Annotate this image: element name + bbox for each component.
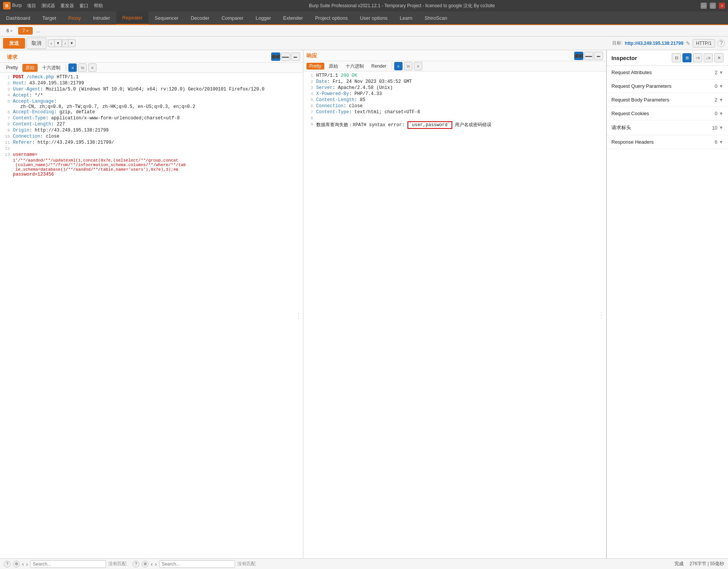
- request-line-8: 8 Content-Length: 227: [0, 122, 303, 128]
- inspector-close-icon[interactable]: ✕: [714, 53, 723, 62]
- bottom-back-button[interactable]: ‹: [22, 561, 24, 567]
- response-line-4: 4 X-Powered-By: PHP/7.4.33: [303, 91, 606, 97]
- edit-target-icon[interactable]: ✎: [686, 40, 690, 46]
- sub-tab-6-close[interactable]: ×: [10, 29, 13, 33]
- tab-user-options[interactable]: User options: [354, 11, 394, 25]
- response-code-area[interactable]: 1 HTTP/1.1 200 OK 2 Date: Fri, 24 Nov 20…: [303, 71, 606, 558]
- bottom-help-icon-right[interactable]: ?: [133, 561, 139, 567]
- response-tab-pretty[interactable]: Pretty: [306, 63, 324, 70]
- response-view-split-h[interactable]: ⬛⬛: [574, 52, 583, 60]
- inspector-list-view-icon[interactable]: ⊟: [672, 53, 681, 62]
- tab-project-options[interactable]: Project options: [309, 11, 354, 25]
- sub-tab-7-close[interactable]: ×: [26, 29, 28, 33]
- inspector-row-request-query-params[interactable]: Request Query Parameters 0 ▼: [607, 79, 728, 93]
- response-panel-toolbar: Pretty 原始 十六进制 Render ≡ \n ≡: [303, 61, 606, 71]
- bottom-forward-button[interactable]: ›: [26, 561, 28, 567]
- response-tab-render[interactable]: Render: [368, 63, 389, 70]
- bottom-no-match-right: 没有匹配: [237, 561, 256, 567]
- tab-extender[interactable]: Extender: [277, 11, 309, 25]
- request-view-split-h[interactable]: ⬛⬛: [271, 52, 280, 61]
- inspector-title: Inspector: [611, 55, 637, 61]
- response-view-single[interactable]: ▬: [594, 52, 603, 60]
- menu-window[interactable]: 窗口: [79, 3, 88, 9]
- win-minimize-button[interactable]: —: [701, 3, 707, 9]
- http-version-badge[interactable]: HTTP/1: [693, 39, 715, 48]
- request-tab-pretty[interactable]: Pretty: [3, 64, 21, 71]
- nav-back-menu-button[interactable]: ▾: [54, 39, 62, 47]
- bottom-settings-icon[interactable]: ⚙: [13, 561, 20, 567]
- inspector-row-response-headers[interactable]: Response Headers 6 ▼: [607, 135, 728, 149]
- request-line-2: 2 Host: 43.249.195.138:21799: [0, 81, 303, 87]
- inspector-row-request-cookies[interactable]: Request Cookies 0 ▼: [607, 107, 728, 120]
- win-maximize-button[interactable]: □: [710, 3, 716, 9]
- request-line-6: 6 Accept-Encoding: gzip, deflate: [0, 109, 303, 116]
- bottom-left-section: ? ⚙ ‹ › 没有匹配 ? ⚙ ‹ › 没有匹配: [4, 560, 256, 568]
- tab-repeater[interactable]: Repeater: [116, 11, 148, 25]
- inspector-row-request-body-params[interactable]: Request Body Parameters 2 ▼: [607, 93, 728, 107]
- bottom-search-input-right[interactable]: [159, 560, 235, 568]
- tab-shiroscan[interactable]: ShiroScan: [418, 11, 453, 25]
- bottom-help-icon[interactable]: ?: [4, 561, 11, 567]
- response-tab-raw[interactable]: 原始: [326, 62, 341, 70]
- inspector-row-request-headers[interactable]: 请求标头 10 ▼: [607, 120, 728, 135]
- response-panel-drag-handle[interactable]: ⋮: [598, 311, 605, 319]
- tab-learn[interactable]: Learn: [394, 11, 418, 25]
- inspector-sort-desc-icon[interactable]: ↓≡: [704, 53, 713, 62]
- inspector-count-request-attributes: 2: [715, 70, 717, 75]
- nav-back-button[interactable]: ‹: [48, 40, 54, 47]
- bottom-search-input-left[interactable]: [30, 560, 106, 568]
- bottom-back-button-right[interactable]: ‹: [151, 561, 153, 567]
- sub-tab-more[interactable]: ...: [34, 27, 42, 34]
- nav-tabs: Dashboard Target Proxy Intruder Repeater…: [0, 11, 728, 25]
- tab-sequencer[interactable]: Sequencer: [148, 11, 185, 25]
- request-view-single[interactable]: ▬: [291, 52, 300, 61]
- bottom-forward-button-right[interactable]: ›: [155, 561, 157, 567]
- sub-tabs-bar: 6 × 7 × ...: [0, 25, 728, 36]
- response-tab-hex[interactable]: 十六进制: [343, 62, 367, 70]
- menu-burp[interactable]: Burp: [12, 3, 22, 9]
- tab-logger[interactable]: Logger: [250, 11, 277, 25]
- inspector-detail-view-icon[interactable]: ⊞: [682, 53, 692, 62]
- response-view-split-v[interactable]: ▬▬: [584, 52, 593, 60]
- inspector-panel: Inspector ⊟ ⊞ ↑≡ ↓≡ ✕ Request Attributes…: [606, 50, 728, 558]
- nav-forward-button[interactable]: ›: [62, 40, 68, 47]
- cancel-button[interactable]: 取消: [27, 38, 46, 49]
- request-tab-hex[interactable]: 十六进制: [39, 64, 63, 72]
- nav-forward-menu-button[interactable]: ▾: [68, 39, 76, 47]
- inspector-sort-asc-icon[interactable]: ↑≡: [693, 53, 702, 62]
- inspector-label-request-attributes: Request Attributes: [611, 70, 652, 75]
- tab-decoder[interactable]: Decoder: [185, 11, 215, 25]
- response-panel: 响应 ⬛⬛ ▬▬ ▬ Pretty 原始 十六进制 Render ≡ \n ≡ …: [303, 50, 607, 558]
- inspector-row-request-attributes[interactable]: Request Attributes 2 ▼: [607, 66, 728, 79]
- request-code-area[interactable]: 1 POST /check.php HTTP/1.1 2 Host: 43.24…: [0, 73, 303, 558]
- inspector-icon-group: ⊟ ⊞ ↑≡ ↓≡ ✕: [672, 53, 723, 62]
- help-icon[interactable]: ?: [717, 40, 725, 47]
- request-menu-icon[interactable]: ≡: [88, 63, 96, 72]
- tab-comparer[interactable]: Comparer: [215, 11, 250, 25]
- tab-dashboard[interactable]: Dashboard: [0, 11, 36, 25]
- menu-help[interactable]: 帮助: [94, 3, 103, 9]
- request-panel-drag-handle[interactable]: ⋮: [295, 312, 302, 320]
- menu-repeater[interactable]: 重发器: [60, 3, 74, 9]
- response-newline-icon[interactable]: \n: [404, 62, 412, 70]
- sub-tab-6[interactable]: 6 ×: [2, 27, 17, 35]
- response-format-icon[interactable]: ≡: [394, 62, 403, 70]
- inspector-chevron-response-headers: ▼: [719, 139, 723, 145]
- bottom-settings-icon-right[interactable]: ⚙: [142, 561, 148, 567]
- request-newline-icon[interactable]: \n: [78, 63, 87, 72]
- inspector-count-request-body-params: 2: [715, 97, 717, 103]
- response-menu-icon[interactable]: ≡: [414, 62, 422, 70]
- tab-proxy[interactable]: Proxy: [62, 11, 87, 25]
- sub-tab-7[interactable]: 7 ×: [18, 27, 33, 35]
- menu-tester[interactable]: 测试器: [41, 3, 55, 9]
- request-line-3: 3 User-Agent: Mozilla/5.0 (Windows NT 10…: [0, 87, 303, 93]
- menu-project[interactable]: 项目: [27, 3, 36, 9]
- request-format-icon[interactable]: ≡: [68, 63, 77, 72]
- send-button[interactable]: 发送: [3, 38, 25, 49]
- win-close-button[interactable]: ✕: [719, 3, 725, 9]
- tab-intruder[interactable]: Intruder: [87, 11, 116, 25]
- request-tab-raw[interactable]: 原始: [22, 64, 38, 72]
- request-view-split-v[interactable]: ▬▬: [281, 52, 290, 61]
- tab-target[interactable]: Target: [36, 11, 62, 25]
- bottom-status: 完成: [674, 561, 684, 567]
